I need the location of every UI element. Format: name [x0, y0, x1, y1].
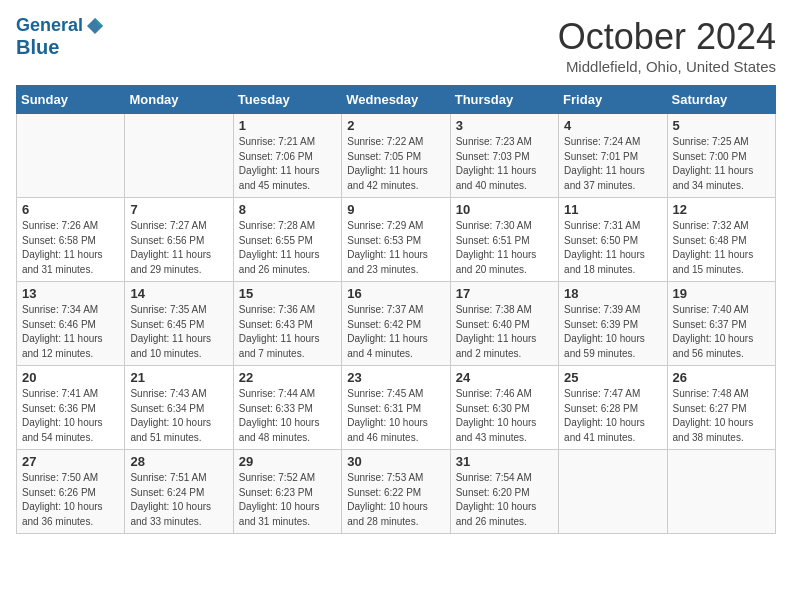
- day-number: 5: [673, 118, 770, 133]
- calendar-cell: 17Sunrise: 7:38 AM Sunset: 6:40 PM Dayli…: [450, 282, 558, 366]
- calendar-cell: 5Sunrise: 7:25 AM Sunset: 7:00 PM Daylig…: [667, 114, 775, 198]
- day-info: Sunrise: 7:34 AM Sunset: 6:46 PM Dayligh…: [22, 303, 119, 361]
- logo-general: General: [16, 16, 83, 36]
- day-info: Sunrise: 7:45 AM Sunset: 6:31 PM Dayligh…: [347, 387, 444, 445]
- day-info: Sunrise: 7:47 AM Sunset: 6:28 PM Dayligh…: [564, 387, 661, 445]
- calendar-cell: 7Sunrise: 7:27 AM Sunset: 6:56 PM Daylig…: [125, 198, 233, 282]
- calendar-cell: 26Sunrise: 7:48 AM Sunset: 6:27 PM Dayli…: [667, 366, 775, 450]
- day-info: Sunrise: 7:27 AM Sunset: 6:56 PM Dayligh…: [130, 219, 227, 277]
- calendar-table: SundayMondayTuesdayWednesdayThursdayFrid…: [16, 85, 776, 534]
- day-number: 23: [347, 370, 444, 385]
- calendar-cell: 3Sunrise: 7:23 AM Sunset: 7:03 PM Daylig…: [450, 114, 558, 198]
- calendar-cell: 22Sunrise: 7:44 AM Sunset: 6:33 PM Dayli…: [233, 366, 341, 450]
- day-number: 6: [22, 202, 119, 217]
- header-row: SundayMondayTuesdayWednesdayThursdayFrid…: [17, 86, 776, 114]
- calendar-cell: 31Sunrise: 7:54 AM Sunset: 6:20 PM Dayli…: [450, 450, 558, 534]
- calendar-cell: 30Sunrise: 7:53 AM Sunset: 6:22 PM Dayli…: [342, 450, 450, 534]
- day-number: 11: [564, 202, 661, 217]
- day-number: 21: [130, 370, 227, 385]
- calendar-week-4: 20Sunrise: 7:41 AM Sunset: 6:36 PM Dayli…: [17, 366, 776, 450]
- day-number: 20: [22, 370, 119, 385]
- day-info: Sunrise: 7:31 AM Sunset: 6:50 PM Dayligh…: [564, 219, 661, 277]
- calendar-cell: 20Sunrise: 7:41 AM Sunset: 6:36 PM Dayli…: [17, 366, 125, 450]
- calendar-cell: [125, 114, 233, 198]
- day-info: Sunrise: 7:54 AM Sunset: 6:20 PM Dayligh…: [456, 471, 553, 529]
- day-number: 7: [130, 202, 227, 217]
- calendar-cell: 8Sunrise: 7:28 AM Sunset: 6:55 PM Daylig…: [233, 198, 341, 282]
- calendar-week-2: 6Sunrise: 7:26 AM Sunset: 6:58 PM Daylig…: [17, 198, 776, 282]
- day-info: Sunrise: 7:39 AM Sunset: 6:39 PM Dayligh…: [564, 303, 661, 361]
- day-info: Sunrise: 7:41 AM Sunset: 6:36 PM Dayligh…: [22, 387, 119, 445]
- day-number: 1: [239, 118, 336, 133]
- day-number: 14: [130, 286, 227, 301]
- day-number: 18: [564, 286, 661, 301]
- calendar-cell: 23Sunrise: 7:45 AM Sunset: 6:31 PM Dayli…: [342, 366, 450, 450]
- calendar-cell: 25Sunrise: 7:47 AM Sunset: 6:28 PM Dayli…: [559, 366, 667, 450]
- calendar-cell: 13Sunrise: 7:34 AM Sunset: 6:46 PM Dayli…: [17, 282, 125, 366]
- day-number: 12: [673, 202, 770, 217]
- calendar-cell: [559, 450, 667, 534]
- calendar-header: SundayMondayTuesdayWednesdayThursdayFrid…: [17, 86, 776, 114]
- calendar-week-5: 27Sunrise: 7:50 AM Sunset: 6:26 PM Dayli…: [17, 450, 776, 534]
- day-number: 4: [564, 118, 661, 133]
- day-number: 19: [673, 286, 770, 301]
- day-info: Sunrise: 7:26 AM Sunset: 6:58 PM Dayligh…: [22, 219, 119, 277]
- day-info: Sunrise: 7:24 AM Sunset: 7:01 PM Dayligh…: [564, 135, 661, 193]
- header-day-friday: Friday: [559, 86, 667, 114]
- day-number: 8: [239, 202, 336, 217]
- calendar-cell: 14Sunrise: 7:35 AM Sunset: 6:45 PM Dayli…: [125, 282, 233, 366]
- day-info: Sunrise: 7:35 AM Sunset: 6:45 PM Dayligh…: [130, 303, 227, 361]
- day-number: 28: [130, 454, 227, 469]
- calendar-cell: [17, 114, 125, 198]
- calendar-cell: 4Sunrise: 7:24 AM Sunset: 7:01 PM Daylig…: [559, 114, 667, 198]
- calendar-cell: 27Sunrise: 7:50 AM Sunset: 6:26 PM Dayli…: [17, 450, 125, 534]
- day-info: Sunrise: 7:52 AM Sunset: 6:23 PM Dayligh…: [239, 471, 336, 529]
- day-info: Sunrise: 7:29 AM Sunset: 6:53 PM Dayligh…: [347, 219, 444, 277]
- calendar-body: 1Sunrise: 7:21 AM Sunset: 7:06 PM Daylig…: [17, 114, 776, 534]
- day-number: 10: [456, 202, 553, 217]
- calendar-cell: 11Sunrise: 7:31 AM Sunset: 6:50 PM Dayli…: [559, 198, 667, 282]
- day-info: Sunrise: 7:32 AM Sunset: 6:48 PM Dayligh…: [673, 219, 770, 277]
- calendar-cell: 19Sunrise: 7:40 AM Sunset: 6:37 PM Dayli…: [667, 282, 775, 366]
- day-number: 16: [347, 286, 444, 301]
- calendar-cell: 21Sunrise: 7:43 AM Sunset: 6:34 PM Dayli…: [125, 366, 233, 450]
- day-info: Sunrise: 7:51 AM Sunset: 6:24 PM Dayligh…: [130, 471, 227, 529]
- day-info: Sunrise: 7:50 AM Sunset: 6:26 PM Dayligh…: [22, 471, 119, 529]
- calendar-cell: 12Sunrise: 7:32 AM Sunset: 6:48 PM Dayli…: [667, 198, 775, 282]
- calendar-cell: 1Sunrise: 7:21 AM Sunset: 7:06 PM Daylig…: [233, 114, 341, 198]
- day-number: 15: [239, 286, 336, 301]
- day-info: Sunrise: 7:21 AM Sunset: 7:06 PM Dayligh…: [239, 135, 336, 193]
- header: General Blue October 2024 Middlefield, O…: [16, 16, 776, 75]
- header-day-wednesday: Wednesday: [342, 86, 450, 114]
- month-title: October 2024: [558, 16, 776, 58]
- day-number: 22: [239, 370, 336, 385]
- calendar-cell: 18Sunrise: 7:39 AM Sunset: 6:39 PM Dayli…: [559, 282, 667, 366]
- calendar-cell: 29Sunrise: 7:52 AM Sunset: 6:23 PM Dayli…: [233, 450, 341, 534]
- day-info: Sunrise: 7:53 AM Sunset: 6:22 PM Dayligh…: [347, 471, 444, 529]
- day-number: 24: [456, 370, 553, 385]
- day-number: 13: [22, 286, 119, 301]
- day-info: Sunrise: 7:28 AM Sunset: 6:55 PM Dayligh…: [239, 219, 336, 277]
- calendar-cell: 15Sunrise: 7:36 AM Sunset: 6:43 PM Dayli…: [233, 282, 341, 366]
- day-info: Sunrise: 7:36 AM Sunset: 6:43 PM Dayligh…: [239, 303, 336, 361]
- header-day-sunday: Sunday: [17, 86, 125, 114]
- calendar-cell: 16Sunrise: 7:37 AM Sunset: 6:42 PM Dayli…: [342, 282, 450, 366]
- calendar-cell: 24Sunrise: 7:46 AM Sunset: 6:30 PM Dayli…: [450, 366, 558, 450]
- header-day-thursday: Thursday: [450, 86, 558, 114]
- logo-blue-text: Blue: [16, 36, 59, 58]
- day-info: Sunrise: 7:30 AM Sunset: 6:51 PM Dayligh…: [456, 219, 553, 277]
- calendar-cell: 2Sunrise: 7:22 AM Sunset: 7:05 PM Daylig…: [342, 114, 450, 198]
- day-number: 17: [456, 286, 553, 301]
- header-day-monday: Monday: [125, 86, 233, 114]
- header-day-tuesday: Tuesday: [233, 86, 341, 114]
- day-number: 2: [347, 118, 444, 133]
- day-info: Sunrise: 7:22 AM Sunset: 7:05 PM Dayligh…: [347, 135, 444, 193]
- day-info: Sunrise: 7:40 AM Sunset: 6:37 PM Dayligh…: [673, 303, 770, 361]
- day-info: Sunrise: 7:48 AM Sunset: 6:27 PM Dayligh…: [673, 387, 770, 445]
- day-info: Sunrise: 7:38 AM Sunset: 6:40 PM Dayligh…: [456, 303, 553, 361]
- day-number: 31: [456, 454, 553, 469]
- day-info: Sunrise: 7:25 AM Sunset: 7:00 PM Dayligh…: [673, 135, 770, 193]
- day-number: 9: [347, 202, 444, 217]
- day-info: Sunrise: 7:43 AM Sunset: 6:34 PM Dayligh…: [130, 387, 227, 445]
- calendar-cell: 28Sunrise: 7:51 AM Sunset: 6:24 PM Dayli…: [125, 450, 233, 534]
